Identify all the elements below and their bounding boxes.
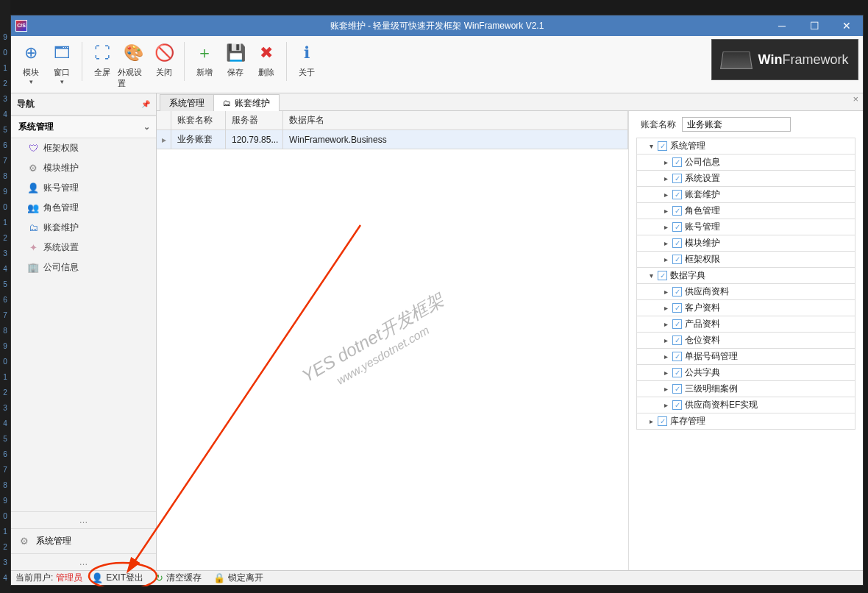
tree-checkbox[interactable]: ✓: [672, 222, 682, 232]
tree-expand-icon[interactable]: ▸: [662, 207, 669, 215]
tree-node-供应商资料EF实现[interactable]: ▸✓供应商资料EF实现: [636, 397, 855, 413]
nav-section[interactable]: 系统管理 ⌄: [11, 116, 156, 138]
field-input-name[interactable]: [682, 117, 791, 132]
toolbar-新增[interactable]: ＋新增: [189, 39, 220, 93]
nav-header: 导航 📌: [11, 93, 156, 116]
tree-checkbox[interactable]: ✓: [672, 190, 682, 199]
tree-node-公司信息[interactable]: ▸✓公司信息: [636, 155, 855, 171]
tree-expand-icon[interactable]: ▸: [662, 223, 669, 231]
nav-footer-item[interactable]: ⚙ 系统管理: [11, 528, 156, 553]
tree-node-框架权限[interactable]: ▸✓框架权限: [636, 252, 855, 268]
nav-item-角色管理[interactable]: 👥角色管理: [11, 198, 156, 218]
tree-node-三级明细案例[interactable]: ▸✓三级明细案例: [636, 381, 855, 397]
cell-server[interactable]: 120.79.85...: [226, 130, 283, 149]
tree-label: 客户资料: [685, 302, 720, 314]
tree-checkbox[interactable]: ✓: [658, 141, 667, 151]
tree-label: 公共字典: [685, 366, 720, 379]
tree-expand-icon[interactable]: ▸: [662, 369, 669, 377]
tree-checkbox[interactable]: ✓: [672, 157, 682, 167]
tree-expand-icon[interactable]: ▸: [662, 304, 669, 312]
current-user-label: 当前用户:: [15, 572, 53, 584]
tree-node-模块维护[interactable]: ▸✓模块维护: [636, 235, 855, 252]
nav-item-icon: ✦: [27, 242, 39, 254]
nav-item-系统设置[interactable]: ✦系统设置: [11, 238, 156, 258]
cell-name[interactable]: 业务账套: [171, 130, 226, 149]
tree-node-仓位资料[interactable]: ▸✓仓位资料: [636, 333, 855, 349]
tree-node-角色管理[interactable]: ▸✓角色管理: [636, 203, 855, 219]
tree-checkbox[interactable]: ✓: [672, 368, 682, 377]
tree-checkbox[interactable]: ✓: [672, 174, 682, 183]
tree-checkbox[interactable]: ✓: [672, 303, 682, 313]
lock-leave-button[interactable]: 🔒 锁定离开: [213, 572, 263, 584]
clear-cache-button[interactable]: ↻ 清空缓存: [155, 572, 202, 584]
toolbar-窗口[interactable]: 🗔窗口▾: [46, 39, 77, 93]
logo-brand: Win: [758, 52, 783, 67]
tree-expand-icon[interactable]: ▸: [662, 191, 669, 199]
tree-node-数据字典[interactable]: ▾✓数据字典: [636, 268, 855, 284]
nav-item-模块维护[interactable]: ⚙模块维护: [11, 158, 156, 178]
tree-checkbox[interactable]: ✓: [672, 238, 682, 248]
tree-expand-icon[interactable]: ▸: [662, 385, 669, 393]
tree-node-系统设置[interactable]: ▸✓系统设置: [636, 171, 855, 187]
tree-expand-icon[interactable]: ▸: [662, 255, 669, 263]
cell-db[interactable]: WinFramework.Business: [283, 130, 628, 149]
toolbar-icon: ＋: [193, 42, 216, 64]
tab-close-all-icon[interactable]: ×: [848, 93, 863, 110]
tree-checkbox[interactable]: ✓: [658, 416, 667, 426]
table-row[interactable]: ▸业务账套120.79.85...WinFramework.Business: [157, 130, 628, 149]
tree-checkbox[interactable]: ✓: [672, 335, 682, 345]
toolbar-删除[interactable]: ✖删除: [251, 39, 282, 93]
tree-expand-icon[interactable]: ▾: [647, 142, 655, 150]
tree-node-客户资料[interactable]: ▸✓客户资料: [636, 300, 855, 316]
tab-系统管理[interactable]: 系统管理: [160, 94, 214, 111]
tree-checkbox[interactable]: ✓: [672, 206, 682, 216]
toolbar-全屏[interactable]: ⛶全屏: [87, 39, 118, 93]
tree-node-产品资料[interactable]: ▸✓产品资料: [636, 316, 855, 333]
tree-expand-icon[interactable]: ▸: [662, 401, 669, 409]
tree-node-公共字典[interactable]: ▸✓公共字典: [636, 365, 855, 381]
pin-icon[interactable]: 📌: [141, 100, 150, 108]
tree-checkbox[interactable]: ✓: [672, 255, 682, 264]
toolbar-保存[interactable]: 💾保存: [220, 39, 251, 93]
nav-item-框架权限[interactable]: 🛡框架权限: [11, 138, 156, 158]
tree-checkbox[interactable]: ✓: [672, 287, 682, 296]
tree-node-系统管理[interactable]: ▾✓系统管理: [636, 138, 855, 155]
close-button[interactable]: ✕: [830, 15, 863, 36]
tree-expand-icon[interactable]: ▸: [662, 288, 669, 296]
tree-expand-icon[interactable]: ▸: [662, 239, 669, 247]
toolbar-关闭[interactable]: 🚫关闭: [149, 39, 179, 93]
tree-checkbox[interactable]: ✓: [658, 271, 667, 280]
nav-item-公司信息[interactable]: 🏢公司信息: [11, 258, 156, 277]
tree-expand-icon[interactable]: ▸: [647, 417, 655, 425]
nav-item-账号管理[interactable]: 👤账号管理: [11, 178, 156, 198]
grid-header-name[interactable]: 账套名称: [171, 111, 226, 129]
tree-label: 系统设置: [685, 172, 720, 185]
tree-node-单据号码管理[interactable]: ▸✓单据号码管理: [636, 349, 855, 365]
toolbar-外观设置[interactable]: 🎨外观设置: [118, 39, 149, 93]
tree-checkbox[interactable]: ✓: [672, 319, 682, 329]
title-bar: C/S 账套维护 - 轻量级可快速开发框架 WinFramework V2.1 …: [11, 15, 863, 36]
tree-node-供应商资料[interactable]: ▸✓供应商资料: [636, 284, 855, 300]
tree-expand-icon[interactable]: ▸: [662, 320, 669, 328]
toolbar-模块[interactable]: ⊕模块▾: [15, 39, 46, 93]
tree-checkbox[interactable]: ✓: [672, 352, 682, 361]
tree-expand-icon[interactable]: ▸: [662, 174, 669, 182]
grid-header-row: 账套名称 服务器 数据库名: [157, 111, 628, 130]
tree-node-账套维护[interactable]: ▸✓账套维护: [636, 187, 855, 203]
tree-expand-icon[interactable]: ▾: [647, 271, 655, 280]
tree-checkbox[interactable]: ✓: [672, 400, 682, 410]
tree-expand-icon[interactable]: ▸: [662, 158, 669, 166]
tree-node-账号管理[interactable]: ▸✓账号管理: [636, 219, 855, 235]
tree-node-库存管理[interactable]: ▸✓库存管理: [636, 413, 855, 430]
minimize-button[interactable]: ─: [766, 15, 798, 36]
grid-header-db[interactable]: 数据库名: [283, 111, 628, 129]
maximize-button[interactable]: ☐: [798, 15, 830, 36]
toolbar-关于[interactable]: ℹ关于: [291, 39, 322, 93]
tree-checkbox[interactable]: ✓: [672, 384, 682, 394]
grid-header-server[interactable]: 服务器: [226, 111, 283, 129]
exit-button[interactable]: 👤 EXIT登出: [91, 572, 143, 584]
nav-item-账套维护[interactable]: 🗂账套维护: [11, 218, 156, 238]
tab-账套维护[interactable]: 🗂账套维护: [213, 94, 280, 111]
tree-expand-icon[interactable]: ▸: [662, 336, 669, 344]
tree-expand-icon[interactable]: ▸: [662, 352, 669, 361]
